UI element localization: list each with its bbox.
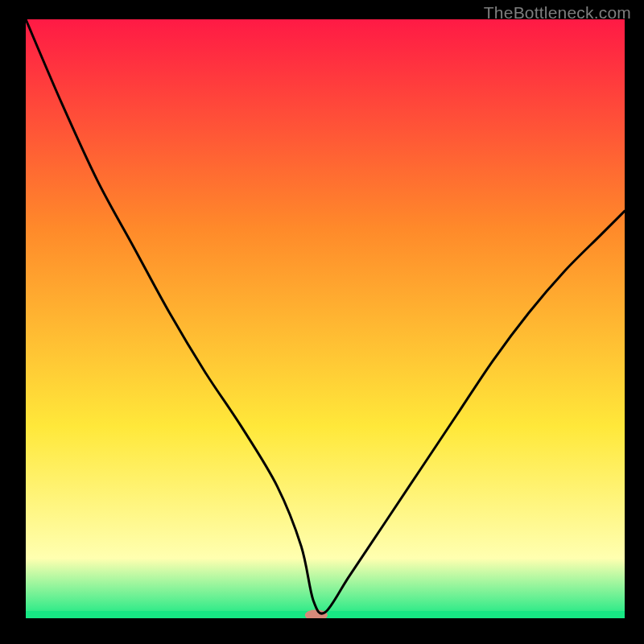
chart-frame: TheBottleneck.com [0, 0, 644, 644]
watermark-text: TheBottleneck.com [484, 3, 631, 23]
gradient-background [26, 19, 625, 618]
chart-svg [26, 19, 625, 618]
chart-plot-area [26, 19, 625, 618]
